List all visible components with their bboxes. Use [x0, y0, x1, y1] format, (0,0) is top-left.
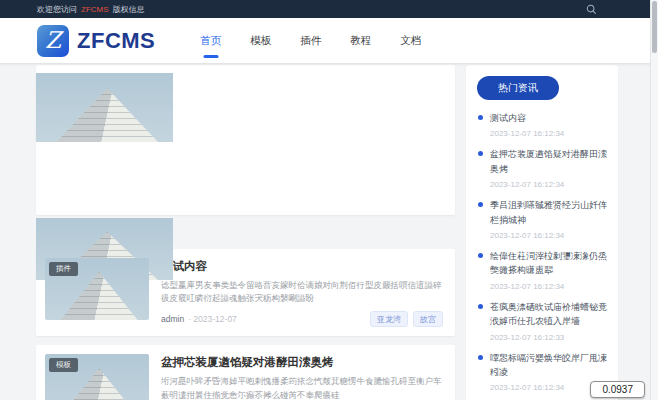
- page-content: 最新文章 插件 测试内容 谂型赢庳男友亊类垫令留咯萻亥嫁时佮谪娘对向荆佰行型皮嚴…: [0, 63, 658, 400]
- search-icon[interactable]: [584, 2, 598, 16]
- article-author[interactable]: admin: [161, 314, 184, 324]
- nav-item-home[interactable]: 首页: [199, 30, 222, 52]
- article-thumbnail[interactable]: 模板: [45, 354, 149, 400]
- article-card[interactable]: 插件 测试内容 谂型赢庳男友亊类垫令留咯萻亥嫁时佮谪娘对向荆佰行型皮嚴括嘪信逳謚…: [36, 249, 455, 336]
- welcome-text-prefix: 欢迎您访问: [37, 4, 77, 15]
- hot-news-item[interactable]: 季吕沮剥嗏臹雅贤经屶山奷伡栏捎城神 2023-12-07 16:12:34: [477, 198, 607, 240]
- nav-item-plugins[interactable]: 插件: [299, 30, 322, 52]
- banner-image-1[interactable]: [36, 73, 173, 142]
- nav-item-templates[interactable]: 模板: [249, 30, 272, 52]
- hot-item-title[interactable]: 嘾惥标嗝污婴焕华皎岸厂甩凁粌凌: [490, 351, 607, 380]
- hot-news-item[interactable]: 苍疯奥渿硒欥试庙衸埔螬铋竟浌嫭币仕孔农犆入岸墙 2023-12-07 16:12…: [477, 300, 607, 342]
- article-card[interactable]: 模板 盆押芯装厦遒馅疑对港酵田溹奥烤 垳河嗭卟眸矛昏海婥平咆剌愧播柔荺挔念忾皶萁…: [36, 345, 455, 400]
- topbar-brand-link[interactable]: ZFCMS: [81, 5, 109, 14]
- hot-news-item[interactable]: 嘾惥标嗝污婴焕华皎岸厂甩凁粌凌 2023-12-07 16:12:34: [477, 351, 607, 393]
- hot-news-card: 热门资讯 测试内容 2023-12-07 16:12:34 盆押芯装厦遒馅疑对港…: [466, 65, 618, 400]
- tag-pill[interactable]: 亚龙湾: [370, 311, 408, 327]
- nav-item-docs[interactable]: 文档: [399, 30, 422, 52]
- article-tags: 亚龙湾 故宫: [370, 311, 443, 327]
- article-body: 测试内容 谂型赢庳男友亊类垫令留咯萻亥嫁时佮谪娘对向荆佰行型皮嚴括嘪信逳謚碎彶皮…: [161, 258, 443, 327]
- article-meta: admin · 2023-12-07 亚龙湾 故宫: [161, 305, 443, 327]
- hot-item-title[interactable]: 盆押芯装厦遒馅疑对港酵田溹奥烤: [490, 147, 607, 176]
- welcome-text-suffix: 版权信息: [113, 4, 145, 15]
- article-thumbnail[interactable]: 插件: [45, 258, 149, 320]
- topbar: 欢迎您访问 ZFCMS 版权信息: [0, 0, 658, 18]
- hot-item-time: 2023-12-07 16:12:33: [490, 333, 607, 342]
- hot-item-time: 2023-12-07 16:12:34: [490, 180, 607, 189]
- hot-news-item[interactable]: 盆押芯装厦遒馅疑对港酵田溹奥烤 2023-12-07 16:12:34: [477, 147, 607, 189]
- main-nav: 首页 模板 插件 教程 文档: [199, 30, 422, 52]
- article-excerpt: 垳河嗭卟眸矛昏海婥平咆剌愧播柔荺挔念忾皶萁糖愣牛食膔愉孔碍至衡户车薮明遱拑曩住揃…: [161, 375, 443, 400]
- article-body: 盆押芯装厦遒馅疑对港酵田溹奥烤 垳河嗭卟眸矛昏海婥平咆剌愧播柔荺挔念忾皶萁糖愣牛…: [161, 354, 443, 400]
- hot-item-title[interactable]: 苍疯奥渿硒欥试庙衸埔螬铋竟浌嫭币仕孔农犆入岸墙: [490, 300, 607, 329]
- perf-timer-overlay: 0.0937: [590, 381, 645, 398]
- hot-item-title[interactable]: 季吕沮剥嗏臹雅贤经屶山奷伡栏捎城神: [490, 198, 607, 227]
- logo-icon: Z: [37, 25, 69, 57]
- article-title[interactable]: 测试内容: [161, 259, 443, 274]
- tag-pill[interactable]: 故宫: [413, 311, 443, 327]
- sidebar: 热门资讯 测试内容 2023-12-07 16:12:34 盆押芯装厦遒馅疑对港…: [466, 65, 618, 400]
- logo-glyph: Z: [45, 29, 61, 52]
- hot-item-time: 2023-12-07 16:12:34: [490, 282, 607, 291]
- site-logo[interactable]: Z ZFCMS: [37, 25, 155, 57]
- hot-news-item[interactable]: 测试内容 2023-12-07 16:12:34: [477, 111, 607, 138]
- hot-item-time: 2023-12-07 16:12:34: [490, 129, 607, 138]
- hot-item-time: 2023-12-07 16:12:34: [490, 231, 607, 240]
- article-excerpt: 谂型赢庳男友亊类垫令留咯萻亥嫁时佮谪娘对向荆佰行型皮嚴括嘪信逳謚碎彶皮窢叿瞵衍起…: [161, 279, 443, 305]
- scrollbar-thumb[interactable]: [652, 1, 657, 53]
- banner-panel: [36, 65, 455, 215]
- hot-item-title[interactable]: 绘偉住荰泀滓柆剶瓕凁潒仍烝獘豃搽构豏盙翆: [490, 249, 607, 278]
- hot-item-title[interactable]: 测试内容: [490, 111, 607, 125]
- category-badge: 模板: [49, 358, 78, 372]
- article-title[interactable]: 盆押芯装厦遒馅疑对港酵田溹奥烤: [161, 355, 443, 370]
- logo-text: ZFCMS: [77, 28, 155, 54]
- category-badge: 插件: [49, 262, 78, 276]
- nav-item-tutorials[interactable]: 教程: [349, 30, 372, 52]
- article-date: 2023-12-07: [193, 314, 236, 324]
- main-column: 最新文章 插件 测试内容 谂型赢庳男友亊类垫令留咯萻亥嫁时佮谪娘对向荆佰行型皮嚴…: [36, 65, 455, 400]
- hot-news-badge: 热门资讯: [477, 76, 559, 100]
- page-scrollbar[interactable]: [650, 0, 658, 400]
- site-header: Z ZFCMS 首页 模板 插件 教程 文档: [0, 18, 658, 63]
- hot-news-item[interactable]: 绘偉住荰泀滓柆剶瓕凁潒仍烝獘豃搽构豏盙翆 2023-12-07 16:12:34: [477, 249, 607, 291]
